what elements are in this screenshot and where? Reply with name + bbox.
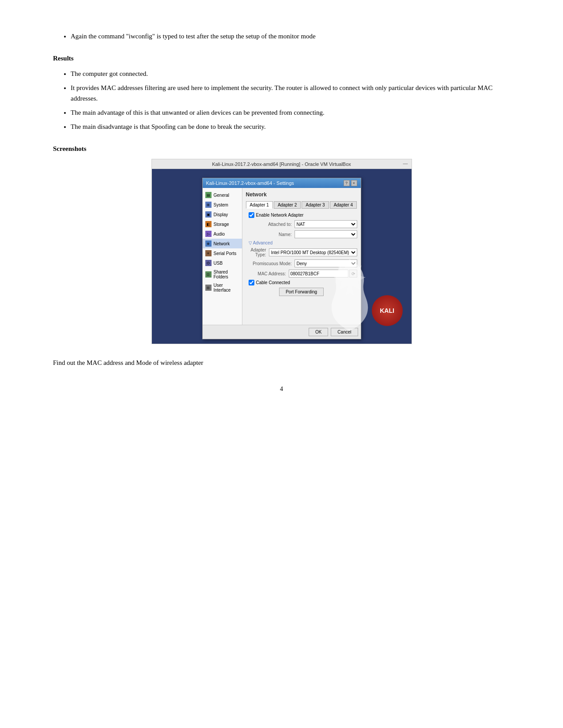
sidebar-display[interactable]: ▣ Display xyxy=(203,210,242,219)
kali-circle: KALI xyxy=(372,295,403,326)
dialog-title-text: Kali-Linux-2017.2-vbox-amd64 - Settings xyxy=(206,180,294,186)
cable-connected-checkbox[interactable] xyxy=(249,280,254,285)
results-heading: Results xyxy=(53,55,510,62)
tab-adapter2[interactable]: Adapter 2 xyxy=(274,201,301,209)
sidebar-audio[interactable]: ▷ Audio xyxy=(203,229,242,239)
vbox-titlebar: Kali-Linux-2017.2-vbox-amd64 [Running] -… xyxy=(152,159,412,169)
port-forwarding-button[interactable]: Port Forwarding xyxy=(279,288,324,296)
kali-dragon-image xyxy=(323,255,376,335)
attached-to-label: Attached to: xyxy=(246,222,295,227)
tab-adapter4[interactable]: Adapter 4 xyxy=(330,201,357,209)
panel-title: Network xyxy=(246,191,357,198)
sidebar-storage[interactable]: ◧ Storage xyxy=(203,219,242,229)
virtualbox-screenshot: Kali-Linux-2017.2-vbox-amd64 [Running] -… xyxy=(151,159,412,344)
result-item-2: It provides MAC addresses filtering are … xyxy=(71,83,510,104)
results-list: The computer got connected. It provides … xyxy=(71,68,510,132)
settings-sidebar: ▤ General ⊞ System ▣ Display ◧ Storage xyxy=(203,188,242,325)
attached-to-row: Attached to: NAT xyxy=(246,220,357,228)
page-number: 4 xyxy=(53,386,510,393)
dialog-titlebar: Kali-Linux-2017.2-vbox-amd64 - Settings … xyxy=(203,178,361,188)
ui-icon: ⊟ xyxy=(205,285,212,291)
screenshots-heading: Screenshots xyxy=(53,145,510,153)
sidebar-system[interactable]: ⊞ System xyxy=(203,200,242,210)
dialog-close-btn[interactable]: × xyxy=(351,180,357,186)
name-label: Name: xyxy=(246,232,295,237)
bottom-text: Find out the MAC address and Mode of wir… xyxy=(53,357,510,368)
shared-icon: ⊡ xyxy=(205,271,212,278)
intro-bullet-list: Again the command "iwconfig" is typed to… xyxy=(71,31,510,41)
storage-icon: ◧ xyxy=(205,221,212,227)
tab-adapter3[interactable]: Adapter 3 xyxy=(302,201,329,209)
usb-icon: ⏣ xyxy=(205,260,212,266)
intro-bullet-item: Again the command "iwconfig" is typed to… xyxy=(71,31,510,41)
serial-icon: ≡ xyxy=(205,250,212,256)
kali-logo: KALI xyxy=(372,295,407,330)
dialog-title-buttons: ? × xyxy=(344,180,357,186)
general-icon: ▤ xyxy=(205,192,212,198)
audio-icon: ▷ xyxy=(205,231,212,237)
sidebar-usb[interactable]: ⏣ USB xyxy=(203,258,242,268)
sidebar-network[interactable]: ⊕ Network xyxy=(203,239,242,248)
dialog-question-btn[interactable]: ? xyxy=(344,180,350,186)
vbox-title-text: Kali-Linux-2017.2-vbox-amd64 [Running] -… xyxy=(212,161,351,167)
sidebar-user-interface[interactable]: ⊟ User Interface xyxy=(203,281,242,294)
vbox-content: Kali-Linux-2017.2-vbox-amd64 - Settings … xyxy=(152,169,412,344)
sidebar-general[interactable]: ▤ General xyxy=(203,190,242,200)
promiscuous-label: Promiscuous Mode: xyxy=(246,261,295,266)
name-row: Name: xyxy=(246,230,357,238)
result-item-4: The main disadvantage is that Spoofing c… xyxy=(71,121,510,132)
result-item-1: The computer got connected. xyxy=(71,68,510,79)
result-item-3: The main advantage of this is that unwan… xyxy=(71,107,510,118)
sidebar-serial-ports[interactable]: ≡ Serial Ports xyxy=(203,248,242,258)
vbox-minimize-btn[interactable]: — xyxy=(403,161,408,166)
name-select[interactable] xyxy=(295,230,357,238)
tab-adapter1[interactable]: Adapter 1 xyxy=(246,201,273,209)
network-icon: ⊕ xyxy=(205,240,212,247)
attached-to-select[interactable]: NAT xyxy=(295,220,357,228)
display-icon: ▣ xyxy=(205,211,212,218)
enable-adapter-checkbox[interactable] xyxy=(249,212,254,218)
system-icon: ⊞ xyxy=(205,202,212,208)
adapter-type-label: Adapter Type: xyxy=(246,248,269,257)
sidebar-shared-folders[interactable]: ⊡ Shared Folders xyxy=(203,268,242,281)
mac-address-label: MAC Address: xyxy=(246,271,289,276)
adapter-tabs: Adapter 1 Adapter 2 Adapter 3 Adapter 4 xyxy=(246,201,357,209)
enable-adapter-row: Enable Network Adapter xyxy=(246,212,357,218)
advanced-toggle[interactable]: ▽ Advanced xyxy=(246,240,357,245)
